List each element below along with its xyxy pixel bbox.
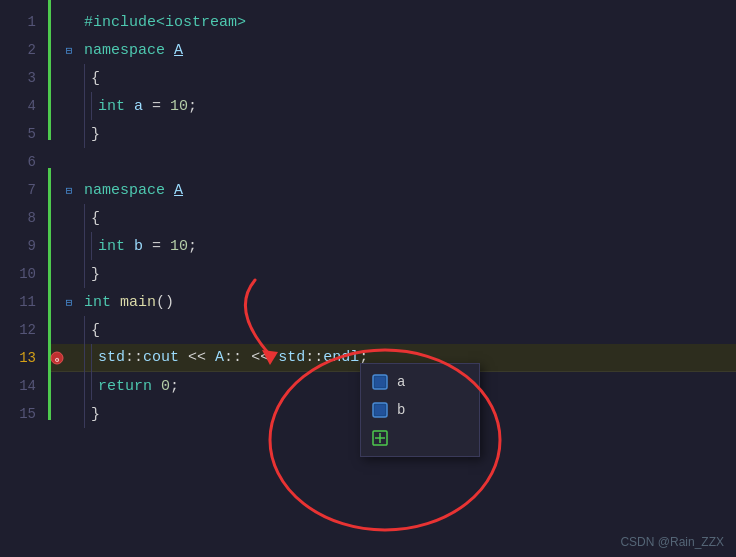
line-num-10: 10 — [8, 260, 36, 288]
guide-8 — [84, 204, 85, 232]
line-num-14: 14 — [8, 372, 36, 400]
ac-icon-a — [371, 373, 389, 391]
guide-9b — [91, 232, 92, 260]
line-num-15: 15 — [8, 400, 36, 428]
line-num-8: 8 — [8, 204, 36, 232]
kw-namespace-7: namespace — [84, 182, 165, 199]
code-line-3: { — [48, 64, 736, 92]
kw-int-4: int — [98, 98, 125, 115]
autocomplete-dropdown: a b — [360, 363, 480, 457]
std-endl: std — [278, 349, 305, 366]
line-num-11: 11 — [8, 288, 36, 316]
code-line-10: } — [48, 260, 736, 288]
line-num-1: 1 — [8, 8, 36, 36]
gutter-11: ⊟ — [56, 296, 84, 309]
brace-15: } — [91, 406, 100, 423]
kw-namespace-2: namespace — [84, 42, 165, 59]
code-line-11: ⊟ int main () — [48, 288, 736, 316]
num-0-14: 0 — [161, 378, 170, 395]
code-line-9: int b = 10 ; — [48, 232, 736, 260]
code-include: #include<iostream> — [84, 14, 246, 31]
autocomplete-item-expand[interactable] — [361, 424, 479, 452]
gutter-2: ⊟ — [56, 44, 84, 57]
guide-15 — [84, 400, 85, 428]
fold-icon-11[interactable]: ⊟ — [66, 296, 73, 309]
cout-name: cout — [143, 349, 179, 366]
guide-4b — [91, 92, 92, 120]
num-10-4: 10 — [170, 98, 188, 115]
ac-label-b: b — [397, 402, 405, 418]
guide-14b — [91, 372, 92, 400]
code-line-6 — [48, 148, 736, 176]
guide-12 — [84, 316, 85, 344]
line-num-6: 6 — [8, 148, 36, 176]
breakpoint-indicator: ⚙ — [50, 351, 64, 365]
line-num-2: 2 — [8, 36, 36, 64]
var-b-9: b — [134, 238, 143, 255]
brace-5: } — [91, 126, 100, 143]
brace-3: { — [91, 70, 100, 87]
guide-4 — [84, 92, 85, 120]
kw-int-9: int — [98, 238, 125, 255]
guide-9 — [84, 232, 85, 260]
line-num-7: 7 — [8, 176, 36, 204]
kw-return-14: return — [98, 378, 152, 395]
line-num-13: 13 — [8, 344, 36, 372]
kw-int-11: int — [84, 294, 111, 311]
svg-rect-5 — [375, 405, 385, 415]
code-line-5: } — [48, 120, 736, 148]
fold-icon-2[interactable]: ⊟ — [66, 44, 73, 57]
line-num-12: 12 — [8, 316, 36, 344]
var-a-4: a — [134, 98, 143, 115]
ns-name-7: A — [174, 182, 183, 199]
guide-13 — [84, 344, 85, 372]
code-line-1: #include<iostream> — [48, 8, 736, 36]
guide-14 — [84, 372, 85, 400]
ac-expand-icon — [371, 429, 389, 447]
guide-13b — [91, 344, 92, 372]
brace-8: { — [91, 210, 100, 227]
svg-rect-3 — [375, 377, 385, 387]
brace-12: { — [91, 322, 100, 339]
ac-icon-b — [371, 401, 389, 419]
ac-label-a: a — [397, 374, 405, 390]
guide-5 — [84, 120, 85, 148]
fold-icon-7[interactable]: ⊟ — [66, 184, 73, 197]
code-line-8: { — [48, 204, 736, 232]
autocomplete-item-a[interactable]: a — [361, 368, 479, 396]
ns-name-2: A — [174, 42, 183, 59]
line-numbers: 1 2 3 4 5 6 7 8 9 10 11 12 13 14 15 — [0, 0, 48, 557]
func-main-11: main — [120, 294, 156, 311]
code-line-7: ⊟ namespace A — [48, 176, 736, 204]
std-cout: std — [98, 349, 125, 366]
line-num-4: 4 — [8, 92, 36, 120]
code-line-12: { — [48, 316, 736, 344]
autocomplete-item-b[interactable]: b — [361, 396, 479, 424]
code-line-4: int a = 10 ; — [48, 92, 736, 120]
code-editor: 1 2 3 4 5 6 7 8 9 10 11 12 13 14 15 — [0, 0, 736, 557]
watermark: CSDN @Rain_ZZX — [620, 535, 724, 549]
guide-10 — [84, 260, 85, 288]
brace-10: } — [91, 266, 100, 283]
line-num-3: 3 — [8, 64, 36, 92]
num-10-9: 10 — [170, 238, 188, 255]
code-area: #include<iostream> ⊟ namespace A { int a… — [48, 0, 736, 557]
guide-3 — [84, 64, 85, 92]
code-line-2: ⊟ namespace A — [48, 36, 736, 64]
line-num-9: 9 — [8, 232, 36, 260]
ns-a-ref: A — [215, 349, 224, 366]
gutter-7: ⊟ — [56, 184, 84, 197]
endl-name: endl — [323, 349, 359, 366]
line-num-5: 5 — [8, 120, 36, 148]
